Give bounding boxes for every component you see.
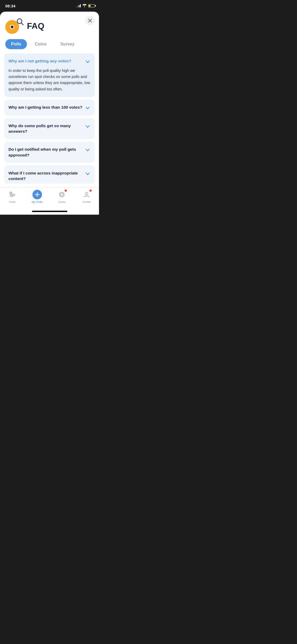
faq-question-2: Why am I getting less than 100 votes?	[8, 104, 83, 110]
svg-rect-6	[10, 194, 15, 195]
nav-coins-icon-wrap	[57, 190, 67, 199]
nav-polls-icon-wrap	[8, 190, 17, 199]
svg-point-13	[86, 192, 88, 195]
chevron-down-icon-1	[85, 59, 91, 65]
tab-polls[interactable]: Polls	[5, 39, 27, 49]
faq-item-3[interactable]: Why do some polls get so many answers?	[4, 118, 95, 139]
my-polls-nav-icon	[34, 191, 41, 198]
bottom-nav: Polls My Polls Co	[0, 187, 99, 209]
svg-line-3	[21, 23, 23, 25]
nav-my-polls[interactable]: My Polls	[25, 190, 50, 204]
tab-survey[interactable]: Survey	[55, 39, 80, 49]
svg-rect-7	[10, 195, 15, 196]
nav-my-polls-label: My Polls	[32, 200, 43, 204]
svg-rect-5	[10, 192, 12, 194]
svg-point-4	[18, 20, 21, 22]
svg-rect-8	[10, 196, 13, 197]
faq-item-1[interactable]: Why am I not getting any votes? In order…	[4, 53, 95, 97]
svg-point-11	[59, 192, 64, 197]
chevron-down-icon-5	[85, 171, 91, 177]
faq-item-2[interactable]: Why am I getting less than 100 votes?	[4, 100, 95, 116]
nav-profile-icon-wrap	[82, 190, 91, 199]
close-button[interactable]	[85, 16, 95, 25]
nav-profile[interactable]: Profile	[74, 190, 99, 204]
faq-answer-1: In order to keep the poll quality high w…	[8, 68, 91, 92]
faq-list: Why am I not getting any votes? In order…	[0, 49, 99, 187]
tab-bar: Polls Coins Survey	[0, 34, 99, 49]
home-bar	[32, 211, 67, 212]
page-title: FAQ	[27, 21, 44, 31]
svg-point-12	[60, 193, 63, 196]
signal-icon	[76, 4, 81, 7]
wifi-icon	[82, 4, 87, 8]
chevron-down-icon-2	[85, 105, 91, 111]
battery-icon	[88, 4, 95, 7]
status-icons	[76, 4, 95, 8]
faq-item-5[interactable]: What if I come across inappropriate cont…	[4, 165, 95, 184]
faq-mascot	[5, 18, 24, 34]
nav-polls-label: Polls	[9, 200, 16, 204]
nav-my-polls-icon-wrap	[32, 190, 42, 199]
coins-badge	[64, 189, 67, 192]
polls-nav-icon	[9, 191, 16, 198]
nav-coins[interactable]: Coins	[50, 190, 74, 204]
faq-question-5: What if I come across inappropriate cont…	[8, 170, 83, 182]
status-bar: 08:34	[0, 0, 99, 12]
coins-nav-icon	[58, 191, 65, 198]
faq-question-1: Why am I not getting any votes?	[8, 58, 83, 64]
main-card: FAQ Polls Coins Survey Why am I not gett…	[0, 12, 99, 215]
nav-coins-label: Coins	[58, 200, 65, 204]
nav-profile-label: Profile	[83, 200, 91, 204]
profile-nav-icon	[83, 191, 90, 198]
status-time: 08:34	[5, 4, 15, 8]
home-indicator	[0, 209, 99, 215]
chevron-down-icon-4	[85, 147, 91, 153]
nav-polls[interactable]: Polls	[0, 190, 25, 204]
tab-coins[interactable]: Coins	[29, 39, 52, 49]
faq-question-3: Why do some polls get so many answers?	[8, 123, 83, 134]
magnifier-icon	[16, 18, 24, 25]
chevron-down-icon-3	[85, 123, 91, 129]
faq-item-4[interactable]: Do I get notified when my poll gets appr…	[4, 142, 95, 163]
header: FAQ	[0, 12, 99, 34]
profile-badge	[89, 189, 92, 192]
faq-question-4: Do I get notified when my poll gets appr…	[8, 146, 83, 158]
